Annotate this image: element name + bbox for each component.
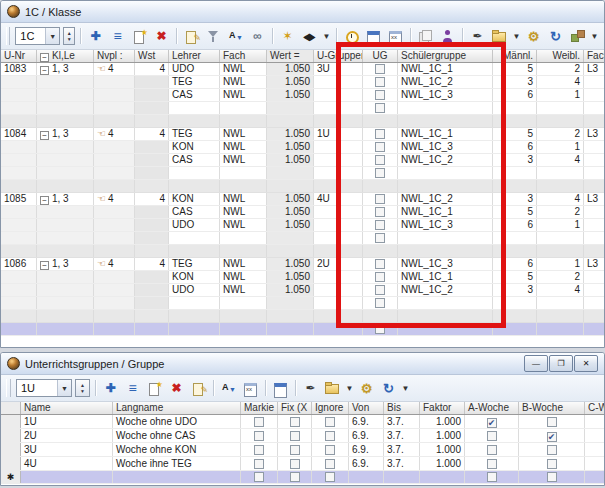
column-header-weibl[interactable]: Weibl.	[537, 50, 584, 63]
cell-u-gruppe[interactable]	[314, 141, 363, 154]
cell-ug[interactable]	[363, 297, 398, 310]
cell-lehrer[interactable]: KON	[169, 271, 220, 284]
cell-c-woche[interactable]	[585, 415, 605, 429]
ug-checkbox[interactable]	[375, 142, 385, 152]
cell-u-gruppe[interactable]	[314, 323, 363, 336]
lesson-row-coupling[interactable]: CASNWL1.050NWL_1C_361	[1, 89, 604, 102]
cell-von[interactable]	[349, 471, 384, 484]
cell-maennl[interactable]: 3	[493, 154, 537, 167]
cell-u-gruppe[interactable]	[314, 206, 363, 219]
column-header-markiert[interactable]: Markie	[241, 402, 278, 415]
cell-maennl[interactable]: 6	[493, 141, 537, 154]
cell-ug[interactable]	[363, 219, 398, 232]
gear-icon[interactable]	[524, 27, 543, 45]
ug-checkbox[interactable]	[375, 103, 385, 113]
cell-wst[interactable]	[135, 297, 169, 310]
cell-nvpl[interactable]	[94, 323, 135, 336]
dropdown-caret-icon[interactable]: ▼	[345, 379, 354, 397]
cell-wert[interactable]: 1.050	[267, 128, 314, 141]
cell-wert[interactable]	[267, 102, 314, 115]
column-header-schuelergruppe[interactable]: Schülergruppe	[398, 50, 493, 63]
cell-wert[interactable]: 1.050	[267, 258, 314, 271]
delete-icon[interactable]	[152, 27, 171, 45]
cell-name[interactable]	[21, 471, 113, 484]
a-woche-checkbox[interactable]	[487, 459, 497, 469]
cell-wst[interactable]	[135, 323, 169, 336]
cell-maennl[interactable]	[493, 102, 537, 115]
fix-checkbox[interactable]	[290, 417, 300, 427]
cell-fach[interactable]: NWL	[220, 128, 267, 141]
cell-schuelergruppe[interactable]: NWL_1C_1	[398, 206, 493, 219]
ug-checkbox[interactable]	[375, 207, 385, 217]
cell-c-woche[interactable]	[585, 471, 605, 484]
lesson-row-coupling[interactable]: UDONWL1.050NWL_1C_234	[1, 284, 604, 297]
cell-ug[interactable]	[363, 63, 398, 76]
ug-checkbox[interactable]	[375, 90, 385, 100]
cell-fach[interactable]	[220, 102, 267, 115]
cell-markiert[interactable]	[241, 429, 278, 443]
row-selector[interactable]	[1, 429, 21, 443]
cell-weibl[interactable]: 4	[537, 154, 584, 167]
cell-a-woche[interactable]	[465, 429, 519, 443]
cell-langname[interactable]: Woche ohne CAS	[113, 429, 241, 443]
group-selector-combobox[interactable]: 1U ▼	[16, 379, 72, 397]
class-selector-combobox[interactable]: 1C ▼	[15, 27, 60, 45]
column-header-u-nr[interactable]: U-Nr	[1, 50, 37, 63]
cell-kl-le[interactable]	[37, 154, 94, 167]
column-header-von[interactable]: Von	[349, 402, 384, 415]
row-selector[interactable]	[1, 443, 21, 457]
cell-lehrer[interactable]	[169, 323, 220, 336]
fix-checkbox[interactable]	[290, 431, 300, 441]
cell-lehrer[interactable]: UDO	[169, 219, 220, 232]
cell-wert[interactable]	[267, 232, 314, 245]
clock-icon[interactable]	[342, 27, 361, 45]
cell-kl-le[interactable]	[37, 232, 94, 245]
cell-langname[interactable]: Woche ohne UDO	[113, 415, 241, 429]
cell-von[interactable]: 6.9.	[349, 429, 384, 443]
cell-maennl[interactable]	[493, 232, 537, 245]
ug-checkbox[interactable]	[375, 233, 385, 243]
cell-ignore[interactable]	[312, 457, 349, 471]
cell-maennl[interactable]: 6	[493, 89, 537, 102]
cell-faktor[interactable]: 1.000	[420, 415, 465, 429]
markiert-checkbox[interactable]	[254, 445, 264, 455]
toolbar-grip[interactable]	[6, 27, 10, 45]
cell-fach2[interactable]: L3	[584, 63, 605, 76]
edit-filter-icon[interactable]	[182, 27, 201, 45]
cell-von[interactable]: 6.9.	[349, 415, 384, 429]
cell-schuelergruppe[interactable]: NWL_1C_2	[398, 193, 493, 206]
cell-ug[interactable]	[363, 167, 398, 180]
lesson-row-coupling[interactable]: CASNWL1.050NWL_1C_234	[1, 154, 604, 167]
group-row[interactable]: 3UWoche ohne KON6.9.3.7.1.000	[1, 443, 604, 457]
cell-u-nr[interactable]	[1, 141, 37, 154]
cell-a-woche[interactable]	[465, 415, 519, 429]
cell-wert[interactable]: 1.050	[267, 193, 314, 206]
cell-kl-le[interactable]	[37, 323, 94, 336]
cell-wert[interactable]: 1.050	[267, 284, 314, 297]
cell-lehrer[interactable]: UDO	[169, 284, 220, 297]
lesson-row-empty[interactable]	[1, 102, 604, 115]
ug-checkbox[interactable]	[375, 194, 385, 204]
cell-lehrer[interactable]: KON	[169, 141, 220, 154]
cell-wert[interactable]: 1.050	[267, 63, 314, 76]
cell-fach[interactable]: NWL	[220, 76, 267, 89]
lesson-row-coupling[interactable]: KONNWL1.050NWL_1C_152	[1, 271, 604, 284]
lesson-row-empty[interactable]	[1, 232, 604, 245]
row-selector[interactable]	[1, 457, 21, 471]
cell-kl-le[interactable]: −1, 3	[37, 258, 94, 271]
cell-kl-le[interactable]	[37, 89, 94, 102]
cell-langname[interactable]: Woche ihne TEG	[113, 457, 241, 471]
cell-u-gruppe[interactable]	[314, 297, 363, 310]
cell-nvpl[interactable]	[94, 167, 135, 180]
cell-u-nr[interactable]	[1, 323, 37, 336]
cell-maennl[interactable]	[493, 323, 537, 336]
cell-nvpl[interactable]	[94, 297, 135, 310]
sort-icon[interactable]	[219, 379, 238, 397]
cell-fach[interactable]: NWL	[220, 141, 267, 154]
cell-markiert[interactable]	[241, 471, 278, 484]
cell-kl-le[interactable]	[37, 76, 94, 89]
toolbar-grip[interactable]	[6, 379, 11, 397]
cell-nvpl[interactable]	[94, 284, 135, 297]
cell-kl-le[interactable]	[37, 284, 94, 297]
cell-c-woche[interactable]	[585, 443, 605, 457]
